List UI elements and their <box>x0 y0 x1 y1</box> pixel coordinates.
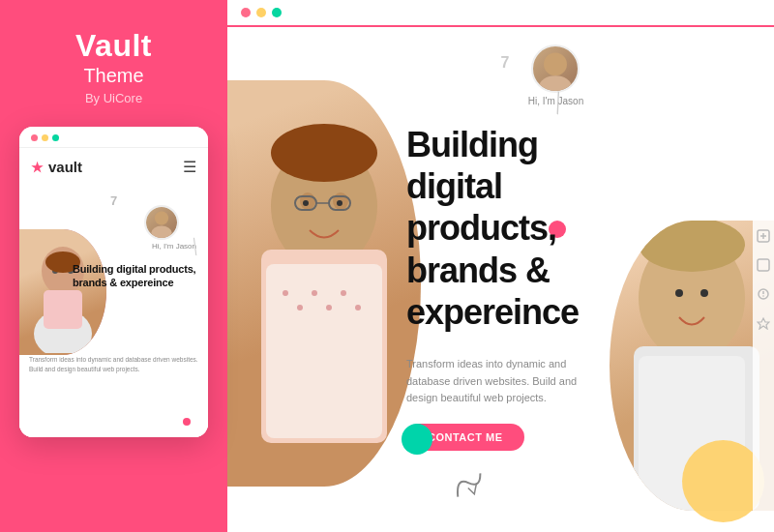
mobile-dot-yellow <box>42 134 48 141</box>
mobile-avatar-img <box>146 207 177 238</box>
desktop-avatar-circle <box>531 44 580 93</box>
svg-rect-36 <box>758 259 769 271</box>
svg-point-22 <box>303 200 309 206</box>
by-label: By UiCore <box>85 91 142 105</box>
mobile-dot-red <box>31 134 38 141</box>
mobile-nav: ★ vault ☰ <box>19 148 208 186</box>
svg-point-14 <box>326 305 332 310</box>
right-icon-3[interactable] <box>756 286 771 302</box>
desktop-preview: 7 <box>227 27 774 532</box>
mobile-hero-area: 7 Hi, I'm Jason <box>19 186 208 437</box>
mobile-desc-text: Transform ideas into dynamic and databas… <box>29 355 198 374</box>
desktop-right-icons <box>753 27 774 532</box>
right-icon-1[interactable] <box>756 228 771 244</box>
browser-dot-red <box>241 8 251 17</box>
svg-point-0 <box>155 212 168 225</box>
mobile-person-face <box>19 229 106 355</box>
right-icon-4[interactable] <box>756 315 771 331</box>
svg-point-23 <box>337 200 342 206</box>
svg-point-26 <box>540 75 572 93</box>
mobile-mockup: ★ vault ☰ 7 Hi, I'm Jason <box>19 127 208 437</box>
browser-dot-green <box>272 8 282 17</box>
browser-dot-yellow <box>256 8 266 17</box>
svg-rect-10 <box>266 264 382 438</box>
logo-star-icon: ★ <box>31 160 44 175</box>
svg-point-16 <box>355 305 361 310</box>
desktop-headline: Building digital products, brands & expe… <box>406 124 580 333</box>
mobile-logo-text: vault <box>48 159 82 175</box>
desktop-person-face <box>227 80 421 487</box>
mobile-number: 7 <box>110 193 117 208</box>
mobile-dash: ╲ <box>189 238 201 255</box>
svg-point-29 <box>675 289 683 297</box>
svg-point-1 <box>151 226 171 240</box>
mobile-top-bar <box>19 127 208 148</box>
main-area: 7 <box>227 0 774 532</box>
svg-point-13 <box>312 290 317 296</box>
mobile-pink-dot <box>183 418 191 426</box>
desktop-teal-dot <box>402 424 432 455</box>
desktop-number: 7 <box>501 54 510 72</box>
desktop-squiggle2-icon <box>445 462 493 509</box>
svg-point-25 <box>545 52 568 75</box>
sidebar: Vault Theme By UiCore ★ vault ☰ 7 <box>0 0 227 532</box>
mobile-menu-icon[interactable]: ☰ <box>183 158 196 176</box>
svg-point-15 <box>341 290 346 296</box>
right-icon-2[interactable] <box>756 257 771 273</box>
browser-bar <box>227 0 774 27</box>
svg-point-30 <box>700 289 708 297</box>
mobile-content: ★ vault ☰ 7 Hi, I'm Jason <box>19 148 208 437</box>
app-title: Vault <box>75 29 152 63</box>
mobile-headline: Building digital products, brands & expe… <box>73 263 200 290</box>
svg-point-12 <box>297 305 303 310</box>
desktop-desc: Transform ideas into dynamic and databas… <box>406 356 590 407</box>
theme-label: Theme <box>83 65 143 87</box>
svg-point-11 <box>283 290 288 296</box>
svg-point-24 <box>271 124 377 182</box>
mobile-traffic-lights <box>31 134 59 141</box>
desktop-person-left <box>227 80 421 487</box>
mobile-person-left <box>19 229 106 355</box>
svg-rect-4 <box>44 290 82 329</box>
mobile-dot-green <box>52 134 59 141</box>
mobile-avatar <box>144 205 179 240</box>
svg-point-39 <box>762 295 764 297</box>
mobile-logo: ★ vault <box>31 159 82 175</box>
